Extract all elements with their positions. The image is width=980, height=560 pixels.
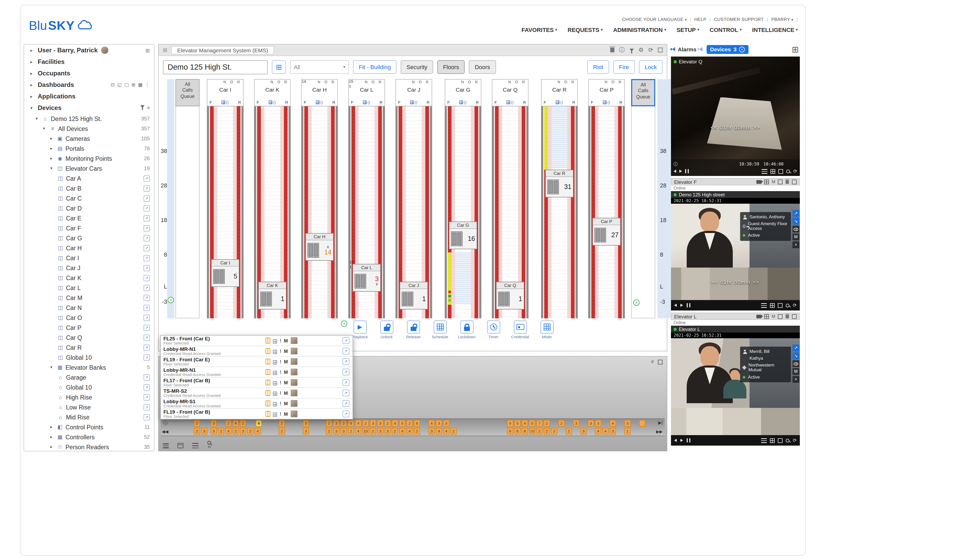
- elevator-car[interactable]: Car Q 1: [496, 282, 524, 310]
- recall-up-icon[interactable]: ∧: [168, 297, 174, 303]
- timeline-event-tick[interactable]: 2: [340, 420, 347, 427]
- list-icon[interactable]: [761, 438, 767, 443]
- play-icon[interactable]: [680, 304, 683, 307]
- timeline-event-tick[interactable]: 2: [194, 428, 200, 435]
- step-back-icon[interactable]: [674, 304, 677, 307]
- grid-icon[interactable]: [770, 303, 775, 308]
- timeline-event-tick[interactable]: 3: [303, 428, 309, 435]
- doors-button[interactable]: Doors: [469, 60, 496, 74]
- elevator-car[interactable]: Car K 1: [258, 282, 287, 310]
- timeline-event-tick[interactable]: 3: [201, 428, 207, 435]
- timeline-event-tick[interactable]: 4: [348, 420, 354, 427]
- open-in-panel-icon[interactable]: ↗: [143, 175, 150, 182]
- chevron-icon[interactable]: ▸: [50, 435, 55, 439]
- refresh-icon[interactable]: ⟳: [648, 47, 653, 53]
- info-icon[interactable]: ⓘ: [673, 161, 678, 167]
- refresh-icon[interactable]: ⟳: [793, 303, 797, 308]
- open-in-panel-icon[interactable]: ↗: [143, 235, 150, 241]
- tree-item[interactable]: ◫ Car H ↗: [24, 243, 154, 253]
- open-in-panel-icon[interactable]: ↗: [143, 344, 150, 350]
- event-row[interactable]: FL17 - Front (Car B) Floor Selected ! M …: [161, 378, 353, 388]
- monitor-icon[interactable]: M: [284, 369, 288, 375]
- nav-item[interactable]: CONTROL▾: [710, 27, 742, 33]
- tree-item[interactable]: ▾ ≡ All Devices 357: [24, 123, 154, 133]
- tree-item[interactable]: ◫ Car N ↗: [24, 303, 154, 313]
- elevator-shaft-column[interactable]: 14 N O R Car H F () R: [301, 79, 338, 318]
- monitor-icon[interactable]: M: [792, 368, 799, 375]
- expand-icon[interactable]: ↗: [792, 345, 799, 351]
- elevator-shaft-column[interactable]: N O R Car G F () R: [445, 79, 482, 318]
- timeline-event-tick[interactable]: 2: [392, 428, 398, 435]
- timeline-event-tick[interactable]: 3: [377, 420, 383, 427]
- monitor-icon[interactable]: M: [284, 348, 288, 354]
- tree-item[interactable]: ◫ Car J ↗: [24, 263, 154, 273]
- timeline-event-tick[interactable]: [639, 420, 645, 427]
- sidebar-section[interactable]: ▸ Facilities: [24, 56, 154, 68]
- schedule-button[interactable]: Schedule: [430, 320, 449, 339]
- timeline-event-tick[interactable]: 4: [233, 420, 239, 427]
- grid-icon[interactable]: [765, 314, 769, 318]
- unlock-button[interactable]: Unlock: [377, 320, 396, 339]
- tree-item[interactable]: ◫ Car D ↗: [24, 203, 154, 213]
- pause-icon[interactable]: [687, 438, 690, 442]
- timeline-event-tick[interactable]: 5: [507, 420, 513, 427]
- event-row[interactable]: FL19 - Front (Car B) Floor Selected ! M …: [161, 409, 353, 419]
- elevator-car[interactable]: Car L 3 ∨: [353, 264, 381, 292]
- list-icon[interactable]: [761, 303, 767, 308]
- monitor-icon[interactable]: M: [772, 179, 775, 184]
- timeline-event-tick[interactable]: 3: [333, 420, 339, 427]
- open-in-panel-icon[interactable]: ↗: [143, 185, 150, 192]
- trash-icon[interactable]: ▢: [124, 82, 129, 87]
- timeline-event-tick[interactable]: 1: [624, 428, 631, 435]
- event-row[interactable]: TS-MR-S2 Credential Read Access Granted …: [161, 388, 353, 398]
- camera-tile-elevator-l[interactable]: Elevator L 2021-02-25 10:52:31 Merrill, …: [671, 326, 800, 446]
- elevator-shaft-column[interactable]: N O R Car R F () R: [541, 79, 578, 318]
- camera-icon[interactable]: [757, 315, 762, 318]
- chevron-icon[interactable]: ▸: [50, 136, 55, 141]
- mute-icon[interactable]: [699, 47, 702, 51]
- filter-icon[interactable]: [630, 49, 634, 51]
- open-event-icon[interactable]: ↗: [343, 368, 349, 375]
- open-in-panel-icon[interactable]: ↗: [143, 205, 150, 211]
- all-calls-queue-right[interactable]: All Calls Queue: [631, 79, 655, 318]
- chevron-icon[interactable]: ▾: [43, 126, 47, 131]
- event-row[interactable]: FL19 - Front (Car E) Floor Selected ! M …: [161, 357, 353, 367]
- timeline-event-tick[interactable]: 3: [333, 428, 339, 435]
- open-in-panel-icon[interactable]: ↗: [143, 285, 150, 291]
- tree-item[interactable]: ◫ Car G ↗: [24, 233, 154, 243]
- zoom-icon[interactable]: [787, 169, 790, 173]
- nav-item[interactable]: INTELLIGENCE▾: [752, 27, 798, 33]
- monitor-icon[interactable]: M: [284, 380, 288, 385]
- recall-up-icon[interactable]: ∧: [341, 320, 347, 327]
- tree-item[interactable]: ◫ Car L ↗: [24, 283, 154, 293]
- blusky-logo[interactable]: BluSKY: [29, 18, 93, 33]
- timeline-event-tick[interactable]: 3: [436, 420, 442, 427]
- timeline-event-tick[interactable]: 2: [194, 420, 200, 427]
- utility-link[interactable]: HELP: [694, 17, 706, 22]
- timeline-event-tick[interactable]: 2: [551, 428, 557, 435]
- timeline-event-tick[interactable]: 3: [573, 420, 579, 427]
- open-event-icon[interactable]: ↗: [343, 400, 349, 407]
- timeline-event-tick[interactable]: 3: [443, 420, 449, 427]
- open-event-icon[interactable]: ↗: [343, 348, 349, 355]
- timeline-event-tick[interactable]: 3: [340, 428, 347, 435]
- timeline-event-tick[interactable]: 4: [436, 428, 442, 435]
- tree-item[interactable]: ◫ Car R ↗: [24, 342, 154, 352]
- security-button[interactable]: Security: [401, 60, 433, 74]
- sidebar-section[interactable]: ▸ Occupants: [24, 68, 154, 79]
- lock-button[interactable]: Lock: [639, 60, 663, 74]
- timeline-event-tick[interactable]: 3: [210, 420, 217, 427]
- tree-item[interactable]: ▸ ▤ Portals 78: [24, 143, 154, 153]
- timeline-event-tick[interactable]: 5: [399, 420, 405, 427]
- pause-icon[interactable]: [687, 303, 690, 307]
- timeline-event-tick[interactable]: 3: [428, 428, 435, 435]
- open-in-panel-icon[interactable]: ↗: [143, 195, 150, 201]
- timeline-event-tick[interactable]: 2: [566, 428, 572, 435]
- tree-item[interactable]: ⌂ Garage ↗: [24, 372, 154, 382]
- timeline-event-tick[interactable]: 3: [303, 420, 309, 427]
- calendar-add-icon[interactable]: [178, 443, 183, 448]
- nav-item[interactable]: ADMINISTRATION▾: [613, 27, 666, 33]
- play-icon[interactable]: [679, 170, 682, 173]
- release-button[interactable]: Release: [404, 320, 423, 339]
- tree-item[interactable]: ⌂ Mid Rise ↗: [24, 412, 154, 422]
